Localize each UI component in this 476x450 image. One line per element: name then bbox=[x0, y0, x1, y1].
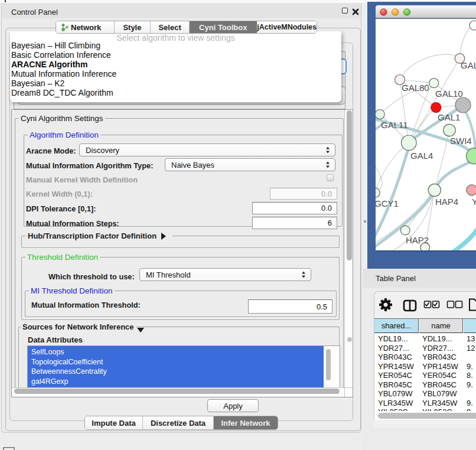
svg-text:GAL10: GAL10 bbox=[435, 89, 463, 99]
svg-text:SWI4: SWI4 bbox=[450, 136, 472, 146]
svg-text:GAL2: GAL2 bbox=[461, 60, 476, 70]
svg-text:GCY1: GCY1 bbox=[376, 198, 399, 208]
svg-text:GAL11: GAL11 bbox=[381, 120, 408, 130]
svg-text:GAL80: GAL80 bbox=[402, 83, 429, 93]
svg-text:YM: YM bbox=[472, 197, 476, 207]
svg-text:HAP4: HAP4 bbox=[435, 197, 458, 207]
svg-text:GAL4: GAL4 bbox=[410, 151, 433, 161]
svg-text:HAP2: HAP2 bbox=[406, 235, 429, 245]
svg-text:GAL1: GAL1 bbox=[438, 112, 460, 122]
